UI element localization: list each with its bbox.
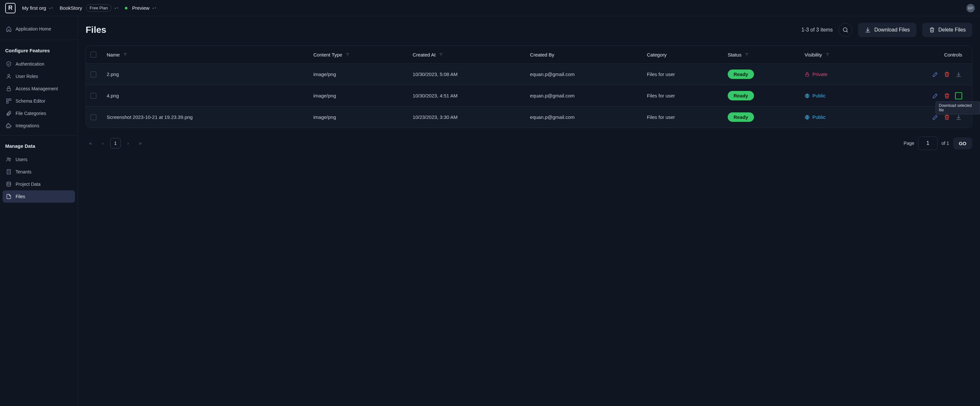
prev-page-button[interactable]: ‹ <box>98 138 108 148</box>
delete-row-button[interactable] <box>943 113 950 121</box>
status-badge: Ready <box>728 91 754 101</box>
search-button[interactable] <box>838 23 852 37</box>
puzzle-icon <box>6 123 12 129</box>
home-icon <box>6 26 12 32</box>
page-header: Files 1-3 of 3 items Download Files Dele… <box>86 23 972 37</box>
cell-category: Files for user <box>643 107 723 128</box>
search-icon <box>842 27 849 33</box>
svg-rect-10 <box>805 74 808 76</box>
sidebar-item-project-data[interactable]: Project Data <box>3 178 75 190</box>
visibility-badge: Public <box>805 93 870 98</box>
svg-point-8 <box>7 182 11 184</box>
sidebar-item-integrations[interactable]: Integrations <box>3 120 75 132</box>
filter-icon[interactable] <box>345 52 350 57</box>
sidebar-item-label: Integrations <box>16 123 39 128</box>
column-header: Status <box>728 52 741 58</box>
filter-icon[interactable] <box>439 52 443 57</box>
column-header: Category <box>647 52 667 58</box>
file-icon <box>6 193 12 200</box>
sidebar-item-authentication[interactable]: Authentication <box>3 58 75 70</box>
page-label: Page <box>904 141 915 146</box>
sidebar-item-tenants[interactable]: Tenants <box>3 166 75 178</box>
svg-rect-1 <box>7 88 11 91</box>
cell-category: Files for user <box>643 64 723 85</box>
sidebar-item-user-roles[interactable]: User Roles <box>3 70 75 83</box>
sidebar-item-label: File Categories <box>16 111 46 116</box>
download-row-button[interactable] <box>955 92 962 99</box>
environment-selector[interactable]: Preview ▲▼ <box>125 5 156 11</box>
select-all-checkbox[interactable] <box>91 52 96 58</box>
sidebar-item-schema-editor[interactable]: Schema Editor <box>3 95 75 107</box>
plan-badge: Free Plan <box>86 4 111 12</box>
sidebar-item-users[interactable]: Users <box>3 153 75 166</box>
cell-category: Files for user <box>643 85 723 107</box>
org-selector[interactable]: My first org ▲▼ <box>22 5 53 11</box>
column-header: Created By <box>530 52 554 58</box>
chevron-updown-icon: ▲▼ <box>114 7 119 9</box>
sidebar-item-access-management[interactable]: Access Management <box>3 83 75 95</box>
paperclip-icon <box>6 110 12 116</box>
next-page-button[interactable]: › <box>123 138 133 148</box>
cell-content-type: image/png <box>309 107 408 128</box>
project-name: BookStory <box>60 5 82 11</box>
sidebar-item-label: Schema Editor <box>16 98 45 104</box>
filter-icon[interactable] <box>825 52 830 57</box>
column-header: Visibility <box>805 52 822 58</box>
last-page-button[interactable]: » <box>135 138 145 148</box>
cell-content-type: image/png <box>309 64 408 85</box>
row-checkbox[interactable] <box>91 114 96 120</box>
sidebar-item-label: Users <box>16 157 27 162</box>
project-selector[interactable]: BookStory Free Plan ▲▼ <box>60 4 118 12</box>
svg-rect-3 <box>10 99 11 101</box>
table-row: 4.png image/png 10/30/2023, 4:51 AM equa… <box>86 85 972 107</box>
edit-row-button[interactable] <box>932 92 939 99</box>
items-count: 1-3 of 3 items <box>801 27 833 33</box>
cell-created-by: equan.p@gmail.com <box>525 85 642 107</box>
delete-row-button[interactable] <box>943 92 950 99</box>
first-page-button[interactable]: « <box>86 138 95 148</box>
download-files-button[interactable]: Download Files <box>858 23 916 37</box>
chevron-updown-icon: ▲▼ <box>49 7 53 9</box>
building-icon <box>6 169 12 175</box>
edit-row-button[interactable] <box>932 113 939 121</box>
trash-icon <box>929 27 935 33</box>
delete-files-button[interactable]: Delete Files <box>922 23 972 37</box>
sidebar-item-files[interactable]: Files <box>3 190 75 203</box>
user-avatar[interactable]: EP <box>966 4 975 12</box>
sidebar-section-title: Manage Data <box>3 140 75 153</box>
filter-icon[interactable] <box>745 52 749 57</box>
cell-name: Screenshot 2023-10-21 at 19.23.39.png <box>102 107 309 128</box>
sidebar-item-file-categories[interactable]: File Categories <box>3 107 75 120</box>
page-input[interactable] <box>918 136 937 150</box>
cell-name: 4.png <box>102 85 309 107</box>
cell-created-at: 10/30/2023, 5:08 AM <box>408 64 526 85</box>
sidebar-item-label: Tenants <box>16 169 32 174</box>
cell-name: 2.png <box>102 64 309 85</box>
button-label: Download Files <box>874 27 910 33</box>
edit-row-button[interactable] <box>932 71 939 78</box>
row-checkbox[interactable] <box>91 93 96 99</box>
cell-created-at: 10/23/2023, 3:30 AM <box>408 107 526 128</box>
divider <box>0 40 78 40</box>
download-row-button[interactable] <box>955 71 962 78</box>
table-row: Screenshot 2023-10-21 at 19.23.39.png im… <box>86 107 972 128</box>
table-header-row: Name Content Type Created At Created By … <box>86 46 972 64</box>
svg-rect-2 <box>6 99 8 101</box>
chevron-updown-icon: ▲▼ <box>152 7 157 9</box>
cell-created-by: equan.p@gmail.com <box>525 107 642 128</box>
page-number-button[interactable]: 1 <box>110 138 121 149</box>
download-row-button[interactable] <box>955 113 962 121</box>
go-button[interactable]: GO <box>953 137 972 149</box>
svg-point-9 <box>843 27 847 32</box>
database-icon <box>6 181 12 187</box>
app-logo[interactable]: R <box>5 3 16 13</box>
sidebar-item-home[interactable]: Application Home <box>3 23 75 35</box>
cell-created-at: 10/30/2023, 4:51 AM <box>408 85 526 107</box>
sidebar-section-title: Configure Features <box>3 45 75 58</box>
row-checkbox[interactable] <box>91 72 96 77</box>
visibility-badge: Public <box>805 114 870 120</box>
sidebar: Application Home Configure Features Auth… <box>0 16 78 406</box>
delete-row-button[interactable] <box>943 71 950 78</box>
filter-icon[interactable] <box>123 52 127 57</box>
status-badge: Ready <box>728 112 754 122</box>
